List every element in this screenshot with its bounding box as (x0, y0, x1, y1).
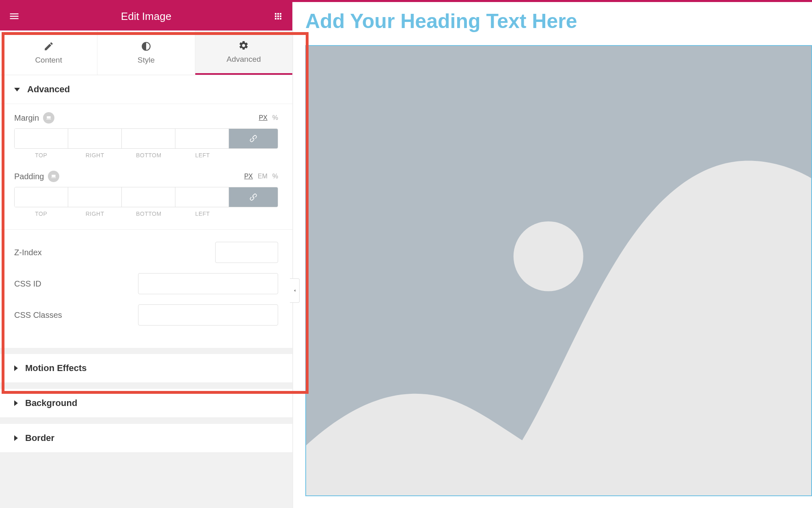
link-icon (249, 193, 257, 201)
editor-tabs: Content Style Advanced (0, 30, 292, 75)
zindex-label: Z-Index (14, 248, 42, 257)
chevron-left-icon (292, 288, 297, 293)
pencil-icon (43, 41, 54, 52)
section-border: Border (0, 424, 292, 453)
margin-left-input[interactable] (175, 129, 229, 148)
section-border-header[interactable]: Border (0, 424, 292, 453)
link-icon (249, 135, 257, 143)
padding-top-label: TOP (14, 211, 68, 217)
margin-unit-percent[interactable]: % (272, 114, 278, 122)
padding-link-button[interactable] (229, 187, 278, 207)
editor-sidebar: Edit Image Content Style Advanced (0, 2, 292, 508)
margin-left-label: LEFT (176, 152, 230, 158)
padding-control: Padding PX EM % (14, 171, 278, 217)
padding-bottom-label: BOTTOM (122, 211, 176, 217)
widgets-button[interactable] (264, 2, 292, 30)
tab-advanced-label: Advanced (227, 55, 261, 64)
panel-scroll[interactable]: Advanced Margin PX % (0, 75, 292, 508)
caret-right-icon (14, 365, 18, 371)
responsive-toggle[interactable] (48, 171, 59, 182)
tab-style[interactable]: Style (97, 30, 195, 75)
tab-advanced[interactable]: Advanced (195, 30, 292, 75)
padding-top-input[interactable] (15, 187, 68, 207)
heading-widget[interactable]: Add Your Heading Text Here (305, 2, 812, 45)
padding-unit-em[interactable]: EM (258, 173, 268, 180)
zindex-input[interactable] (215, 242, 278, 263)
padding-right-input[interactable] (68, 187, 122, 207)
tab-style-label: Style (138, 56, 155, 65)
margin-link-button[interactable] (229, 129, 278, 148)
margin-bottom-input[interactable] (122, 129, 175, 148)
preview-area: Add Your Heading Text Here (292, 2, 812, 508)
padding-label: Padding (14, 172, 44, 181)
margin-top-input[interactable] (15, 129, 68, 148)
section-border-title: Border (25, 433, 54, 443)
hamburger-icon (9, 11, 20, 22)
padding-right-label: RIGHT (68, 211, 122, 217)
margin-bottom-label: BOTTOM (122, 152, 176, 158)
caret-down-icon (14, 88, 20, 91)
padding-unit-percent[interactable]: % (272, 173, 278, 180)
section-background-title: Background (25, 398, 77, 408)
editor-header: Edit Image (0, 2, 292, 30)
tab-content[interactable]: Content (0, 30, 97, 75)
section-background-header[interactable]: Background (0, 389, 292, 418)
section-motion-effects: Motion Effects (0, 354, 292, 383)
menu-button[interactable] (0, 2, 28, 30)
panel-collapse-handle[interactable] (290, 278, 300, 303)
caret-right-icon (14, 435, 18, 441)
section-motion-effects-header[interactable]: Motion Effects (0, 354, 292, 383)
image-placeholder-icon (306, 46, 811, 495)
padding-bottom-input[interactable] (122, 187, 175, 207)
svg-point-1 (514, 221, 583, 291)
section-advanced-header[interactable]: Advanced (0, 75, 292, 104)
margin-control: Margin PX % (14, 112, 278, 158)
image-widget[interactable] (305, 45, 812, 496)
padding-left-label: LEFT (176, 211, 230, 217)
gear-icon (238, 40, 249, 51)
margin-right-label: RIGHT (68, 152, 122, 158)
cssid-input[interactable] (138, 273, 278, 294)
padding-unit-px[interactable]: PX (244, 173, 253, 180)
cssclasses-label: CSS Classes (14, 310, 62, 320)
section-background: Background (0, 389, 292, 418)
cssid-label: CSS ID (14, 279, 41, 289)
responsive-toggle[interactable] (43, 112, 54, 124)
section-advanced: Advanced Margin PX % (0, 75, 292, 348)
tab-content-label: Content (35, 56, 62, 65)
caret-right-icon (14, 400, 18, 406)
margin-label: Margin (14, 113, 39, 123)
padding-left-input[interactable] (175, 187, 229, 207)
editor-title: Edit Image (28, 10, 264, 23)
section-advanced-title: Advanced (27, 84, 70, 95)
margin-right-input[interactable] (68, 129, 122, 148)
desktop-icon (51, 174, 56, 179)
contrast-icon (141, 41, 151, 52)
margin-unit-px[interactable]: PX (259, 114, 267, 122)
margin-top-label: TOP (14, 152, 68, 158)
cssclasses-input[interactable] (138, 304, 278, 326)
grid-icon (273, 11, 283, 21)
desktop-icon (46, 115, 52, 121)
section-motion-title: Motion Effects (25, 363, 87, 373)
